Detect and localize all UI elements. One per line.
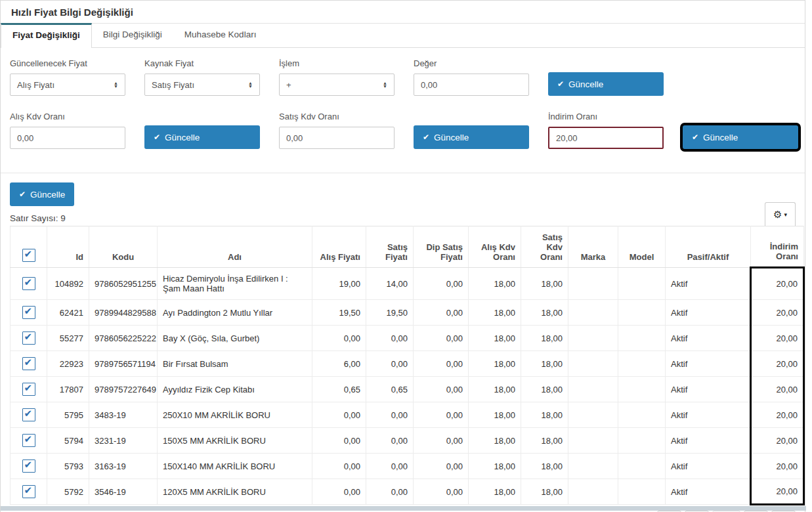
cell-id: 62421 xyxy=(47,300,89,326)
guncelle-button-label: Güncelle xyxy=(165,133,200,142)
cell-satis-kdv: 18,00 xyxy=(521,402,568,428)
cell-satis-fiyati: 0,00 xyxy=(366,479,414,505)
cell-pasif-aktif: Aktif xyxy=(666,326,751,351)
checkmark-icon: ✔ xyxy=(24,459,33,471)
checkmark-icon: ✔ xyxy=(24,331,33,343)
cell-satis-kdv: 18,00 xyxy=(521,326,568,351)
cell-kodu: 9789756571194 xyxy=(89,351,158,377)
guncellenecek-fiyat-value: Alış Fiyatı xyxy=(17,80,54,90)
cell-id: 5793 xyxy=(47,454,89,479)
cell-alis-kdv: 18,00 xyxy=(469,377,521,402)
select-all-checkbox[interactable]: ✔ xyxy=(22,249,35,262)
islem-select[interactable]: + ▲▼ xyxy=(279,74,395,96)
row-checkbox[interactable]: ✔ xyxy=(22,277,35,290)
cell-marka xyxy=(568,300,618,326)
cell-adi: Bay X (Göç, Sıla, Gurbet) xyxy=(158,326,312,351)
check-icon: ✔ xyxy=(692,133,698,142)
cell-id: 22923 xyxy=(47,351,89,377)
guncelle-button-bulk[interactable]: ✔ Güncelle xyxy=(10,182,74,206)
cell-indirim-orani: 20,00 xyxy=(751,377,804,402)
kaynak-fiyat-value: Satış Fiyatı xyxy=(152,80,194,90)
checkmark-icon: ✔ xyxy=(24,305,33,317)
field-satis-kdv-orani: Satış Kdv Oranı xyxy=(279,112,395,149)
header-pasif-aktif: Pasif/Aktif xyxy=(666,226,751,268)
price-update-form: Güncellenecek Fiyat Alış Fiyatı ▲▼ Kayna… xyxy=(1,48,805,173)
header-adi: Adı xyxy=(158,226,312,268)
kaynak-fiyat-label: Kaynak Fiyat xyxy=(144,58,260,68)
guncelle-button-indirim-highlighted[interactable]: ✔ Güncelle xyxy=(683,125,798,149)
row-checkbox[interactable]: ✔ xyxy=(22,459,35,473)
checkmark-icon: ✔ xyxy=(24,484,33,496)
cell-id: 55277 xyxy=(47,326,89,351)
guncelle-button-alis-kdv[interactable]: ✔ Güncelle xyxy=(144,125,260,149)
cell-adi: 250X10 MM AKRİLİK BORU xyxy=(158,402,312,428)
table-header-row: ✔ Id Kodu Adı Alış Fiyatı Satış Fiyatı D… xyxy=(11,226,804,268)
cell-model xyxy=(618,428,666,454)
cell-satis-kdv: 18,00 xyxy=(521,479,568,505)
table-row: ✔ 62421 9789944829588 Ayı Paddington 2 M… xyxy=(11,300,804,326)
cell-satis-kdv: 18,00 xyxy=(521,268,568,300)
satis-kdv-orani-input[interactable] xyxy=(279,127,395,149)
satis-kdv-action: ✔ Güncelle xyxy=(414,125,529,149)
cell-alis-fiyati: 0,65 xyxy=(312,377,366,402)
indirim-orani-input[interactable] xyxy=(548,127,664,149)
header-alis-kdv-orani: Alış Kdv Oranı xyxy=(469,226,521,268)
cell-alis-fiyati: 0,00 xyxy=(312,428,366,454)
cell-indirim-orani: 20,00 xyxy=(751,428,804,454)
tab-fiyat-degisikligi[interactable]: Fiyat Değişikliği xyxy=(1,23,92,48)
cell-kodu: 3231-19 xyxy=(89,428,158,454)
checkmark-icon: ✔ xyxy=(24,382,33,394)
row-checkbox[interactable]: ✔ xyxy=(22,408,35,421)
checkmark-icon: ✔ xyxy=(24,356,33,368)
cell-satis-fiyati: 0,00 xyxy=(366,454,414,479)
guncelle-button-satis-kdv[interactable]: ✔ Güncelle xyxy=(414,125,529,149)
row-checkbox[interactable]: ✔ xyxy=(22,331,35,345)
cell-kodu: 3483-19 xyxy=(89,402,158,428)
checkmark-icon: ✔ xyxy=(24,276,33,288)
table-row: ✔ 5794 3231-19 150X5 MM AKRİLİK BORU 0,0… xyxy=(11,428,804,454)
cell-satis-fiyati: 0,65 xyxy=(366,377,414,402)
guncellenecek-fiyat-label: Güncellenecek Fiyat xyxy=(10,58,125,68)
cell-alis-kdv: 18,00 xyxy=(469,479,521,505)
cell-kodu: 9786056225222 xyxy=(89,326,158,351)
tab-bilgi-degisikligi[interactable]: Bilgi Değişikliği xyxy=(92,24,173,47)
cell-pasif-aktif: Aktif xyxy=(666,454,751,479)
header-satis-kdv-orani: Satış Kdv Oranı xyxy=(521,226,568,268)
cell-marka xyxy=(568,326,618,351)
cell-satis-fiyati: 0,00 xyxy=(366,326,414,351)
cell-indirim-orani: 20,00 xyxy=(751,268,804,300)
tab-muhasebe-kodlari[interactable]: Muhasebe Kodları xyxy=(173,24,268,47)
check-icon: ✔ xyxy=(154,133,160,142)
cell-dip-satis-fiyati: 0,00 xyxy=(414,428,469,454)
table-settings-button[interactable]: ⚙ ▾ xyxy=(765,202,796,226)
row-checkbox[interactable]: ✔ xyxy=(22,485,35,498)
guncelle-button-label: Güncelle xyxy=(30,190,65,200)
cell-alis-fiyati: 19,00 xyxy=(312,268,366,300)
deger-input[interactable] xyxy=(414,74,529,96)
cell-indirim-orani: 20,00 xyxy=(751,300,804,326)
cell-kodu: 3546-19 xyxy=(89,479,158,505)
cell-satis-fiyati: 0,00 xyxy=(366,428,414,454)
checkmark-icon: ✔ xyxy=(24,408,33,419)
header-indirim-orani: İndirim Oranı xyxy=(751,226,804,268)
alis-kdv-orani-input[interactable] xyxy=(10,127,125,149)
cell-dip-satis-fiyati: 0,00 xyxy=(414,351,469,377)
guncelle-button-price[interactable]: ✔ Güncelle xyxy=(548,72,664,96)
cell-alis-kdv: 18,00 xyxy=(469,454,521,479)
guncelle-button-label: Güncelle xyxy=(703,133,738,142)
row-checkbox[interactable]: ✔ xyxy=(22,383,35,396)
cell-alis-fiyati: 0,00 xyxy=(312,479,366,505)
row-checkbox[interactable]: ✔ xyxy=(22,306,35,319)
cell-id: 104892 xyxy=(47,268,89,300)
indirim-action: ✔ Güncelle xyxy=(683,125,798,149)
cell-model xyxy=(618,454,666,479)
cell-pasif-aktif: Aktif xyxy=(666,377,751,402)
cell-marka xyxy=(568,377,618,402)
cell-satis-kdv: 18,00 xyxy=(521,351,568,377)
guncellenecek-fiyat-select[interactable]: Alış Fiyatı ▲▼ xyxy=(10,74,125,96)
caret-down-icon: ▾ xyxy=(784,211,787,218)
row-checkbox[interactable]: ✔ xyxy=(22,434,35,447)
row-checkbox[interactable]: ✔ xyxy=(22,357,35,370)
cell-indirim-orani: 20,00 xyxy=(751,351,804,377)
kaynak-fiyat-select[interactable]: Satış Fiyatı ▲▼ xyxy=(144,74,260,96)
